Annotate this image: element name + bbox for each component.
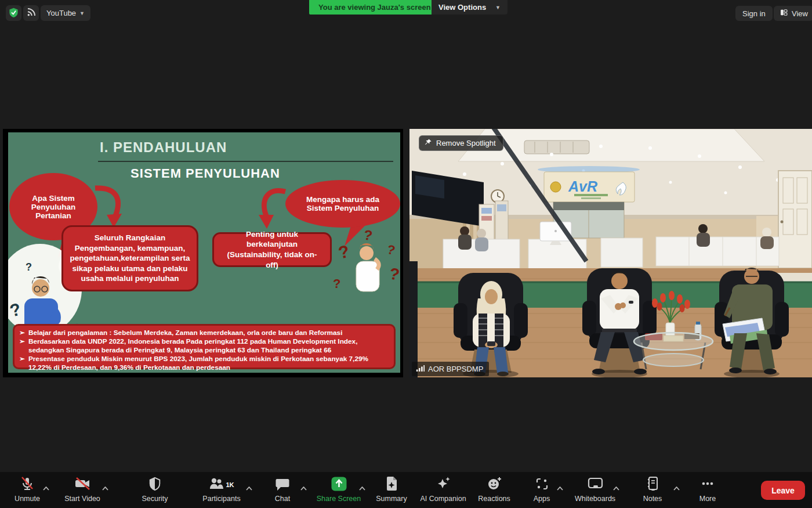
slide-title: I. PENDAHULUAN xyxy=(100,139,227,156)
chat-icon xyxy=(276,477,290,493)
view-layout-button[interactable]: View xyxy=(774,6,812,21)
youtube-label: YouTube xyxy=(46,9,76,17)
svg-text:?: ? xyxy=(26,261,32,273)
sign-in-button[interactable]: Sign in xyxy=(735,6,773,21)
svg-text:AvR: AvR xyxy=(568,178,597,194)
video-feed[interactable]: AvR xyxy=(409,129,812,377)
rss-broadcast-icon xyxy=(27,8,36,19)
caret-down-icon: ▼ xyxy=(79,10,85,16)
view-options-button[interactable]: View Options ▼ xyxy=(432,0,507,15)
video-off-icon xyxy=(74,476,90,493)
presentation-slide: ? ? ? ? ? ? ? ? xyxy=(8,132,400,373)
top-bar: YouTube ▼ You are viewing Jauza's screen… xyxy=(0,0,812,27)
chevron-down-icon: ▼ xyxy=(495,5,501,10)
svg-text:?: ? xyxy=(388,264,400,284)
slide-subtitle: SISTEM PENYULUHAN xyxy=(72,166,339,181)
mic-off-icon xyxy=(20,476,35,493)
bullet-points-box: ➢Belajar dari pengalaman : Sebelum Merde… xyxy=(13,324,396,369)
svg-text:?: ? xyxy=(336,242,351,262)
chevron-up-icon[interactable] xyxy=(300,482,307,493)
notes-icon xyxy=(646,476,659,493)
security-button[interactable]: Security xyxy=(123,477,187,503)
chevron-up-icon[interactable] xyxy=(102,482,108,493)
more-icon xyxy=(700,476,715,493)
arrow-bullet-icon: ➢ xyxy=(19,355,25,372)
svg-text:?: ? xyxy=(8,299,23,320)
arrow-bullet-icon: ➢ xyxy=(19,329,25,337)
view-layout-icon xyxy=(780,8,788,19)
zoom-meeting-window: YouTube ▼ You are viewing Jauza's screen… xyxy=(0,0,812,508)
whiteboards-icon xyxy=(588,477,603,493)
summary-icon xyxy=(385,476,398,493)
security-status-button[interactable] xyxy=(6,5,21,21)
title-underline xyxy=(98,161,393,162)
shared-screen-panel: ? ? ? ? ? ? ? ? xyxy=(3,129,403,377)
apps-icon xyxy=(535,477,549,493)
leave-button[interactable]: Leave xyxy=(761,481,805,500)
signal-bars-icon xyxy=(416,364,425,374)
chevron-up-icon[interactable] xyxy=(557,482,563,493)
video-scene: AvR xyxy=(409,129,812,377)
reactions-icon xyxy=(487,476,502,493)
pin-icon xyxy=(424,138,432,148)
participants-button[interactable]: 1K Participants xyxy=(190,477,253,503)
share-screen-icon xyxy=(331,477,347,493)
svg-text:?: ? xyxy=(362,226,374,243)
viewing-screen-banner: You are viewing Jauza's screen xyxy=(309,0,440,15)
remove-spotlight-button[interactable]: Remove Spotlight xyxy=(419,135,503,151)
shield-icon xyxy=(148,476,162,493)
live-stream-button[interactable] xyxy=(23,5,39,21)
svg-text:?: ? xyxy=(386,242,397,258)
svg-text:?: ? xyxy=(333,276,340,291)
sustainability-box: Penting untuk berkelanjutan (Sustainabil… xyxy=(212,232,332,267)
definition-box: Seluruh Rangkaian Pengembangan, kemampua… xyxy=(61,225,198,291)
more-button[interactable]: More xyxy=(676,477,740,503)
chevron-up-icon[interactable] xyxy=(613,482,619,493)
arrow-bullet-icon: ➢ xyxy=(19,337,25,355)
meeting-toolbar: Unmute Start Video Security 1K Participa… xyxy=(0,472,812,508)
participant-count-badge: 1K xyxy=(226,481,234,488)
thinking-person-illustration: ? ? ? ? ? xyxy=(333,226,400,291)
ai-companion-icon xyxy=(436,476,451,493)
participants-icon xyxy=(209,477,223,493)
speech-bubble-right: Mengapa harus ada Sistem Penyuluhan xyxy=(285,180,400,228)
youtube-dropdown-button[interactable]: YouTube ▼ xyxy=(41,5,90,21)
chevron-up-icon[interactable] xyxy=(43,482,49,493)
shield-check-icon xyxy=(9,8,19,19)
participant-name-tag: AOR BPPSDMP xyxy=(412,362,489,376)
thought-ellipse xyxy=(326,223,400,301)
